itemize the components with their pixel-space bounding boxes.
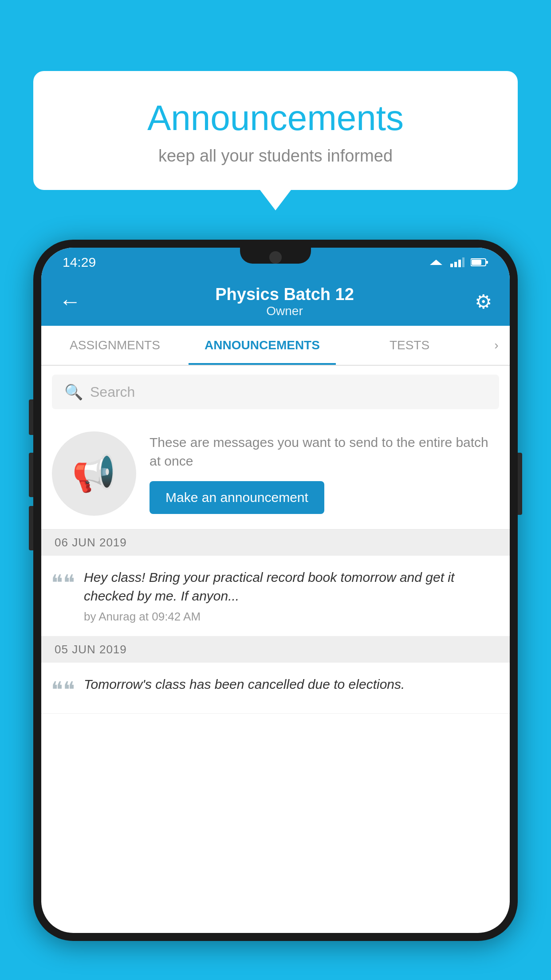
announcement-meta-1: by Anurag at 09:42 AM (84, 610, 497, 624)
svg-rect-7 (472, 260, 481, 265)
phone-screen: 14:29 (41, 248, 510, 933)
announcement-text-1: Hey class! Bring your practical record b… (84, 568, 497, 605)
quote-icon-1: ❝❝ (51, 572, 73, 594)
promo-section: 📢 These are messages you want to send to… (41, 418, 510, 530)
date-divider-1: 06 JUN 2019 (41, 530, 510, 556)
search-bar[interactable]: 🔍 Search (52, 375, 499, 409)
megaphone-icon: 📢 (72, 453, 116, 494)
tabs-more[interactable]: › (483, 326, 510, 365)
announcement-item-1[interactable]: ❝❝ Hey class! Bring your practical recor… (41, 556, 510, 636)
svg-rect-6 (486, 261, 488, 264)
wifi-icon (428, 257, 444, 268)
bubble-subtitle: keep all your students informed (55, 146, 496, 166)
svg-rect-2 (454, 262, 457, 267)
app-bar-title-area: Physics Batch 12 Owner (94, 285, 475, 318)
phone-camera (269, 251, 282, 264)
date-divider-2: 05 JUN 2019 (41, 636, 510, 663)
phone-outer: 14:29 (33, 240, 518, 941)
back-button[interactable]: ← (59, 288, 81, 314)
announcement-content-2: Tomorrow's class has been cancelled due … (84, 675, 405, 698)
announcement-item-2[interactable]: ❝❝ Tomorrow's class has been cancelled d… (41, 663, 510, 714)
tab-announcements[interactable]: ANNOUNCEMENTS (189, 326, 336, 365)
phone-button-right (518, 453, 522, 515)
quote-icon-2: ❝❝ (51, 679, 73, 701)
battery-icon (471, 257, 488, 267)
signal-icon (450, 257, 464, 267)
app-bar: ← Physics Batch 12 Owner ⚙ (41, 277, 510, 326)
announcement-text-2: Tomorrow's class has been cancelled due … (84, 675, 405, 694)
promo-right: These are messages you want to send to t… (150, 433, 496, 514)
make-announcement-button[interactable]: Make an announcement (150, 481, 324, 514)
settings-icon[interactable]: ⚙ (475, 290, 492, 313)
speech-bubble: Announcements keep all your students inf… (33, 71, 518, 190)
promo-icon-circle: 📢 (52, 431, 136, 516)
app-bar-subtitle: Owner (94, 304, 475, 318)
announcement-content-1: Hey class! Bring your practical record b… (84, 568, 497, 624)
app-bar-title: Physics Batch 12 (94, 285, 475, 304)
status-icons (428, 257, 488, 268)
tabs-bar: ASSIGNMENTS ANNOUNCEMENTS TESTS › (41, 326, 510, 366)
svg-rect-3 (458, 260, 461, 267)
bubble-title: Announcements (55, 98, 496, 138)
phone-button-left1 (29, 399, 33, 435)
search-placeholder: Search (90, 384, 135, 400)
search-bar-wrapper: 🔍 Search (41, 366, 510, 418)
svg-rect-1 (450, 264, 453, 267)
phone-button-left3 (29, 506, 33, 550)
phone-container: 14:29 (33, 240, 518, 980)
status-time: 14:29 (63, 255, 96, 270)
tab-assignments[interactable]: ASSIGNMENTS (41, 326, 189, 365)
svg-rect-4 (462, 257, 464, 267)
search-icon: 🔍 (64, 383, 83, 401)
svg-marker-0 (430, 260, 442, 265)
tab-tests[interactable]: TESTS (336, 326, 483, 365)
promo-description: These are messages you want to send to t… (150, 433, 496, 470)
phone-button-left2 (29, 453, 33, 497)
